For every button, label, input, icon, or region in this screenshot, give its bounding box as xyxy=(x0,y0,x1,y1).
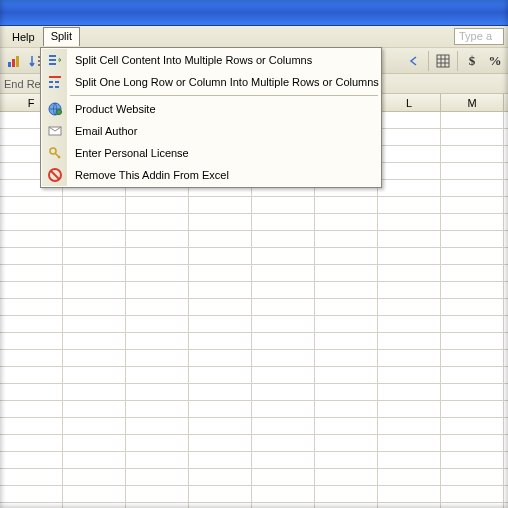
tool-btn-1[interactable] xyxy=(3,50,25,72)
cell[interactable] xyxy=(378,146,441,162)
cell[interactable] xyxy=(441,401,504,417)
cell[interactable] xyxy=(0,418,63,434)
cell[interactable] xyxy=(441,163,504,179)
cell[interactable] xyxy=(0,248,63,264)
cell[interactable] xyxy=(189,265,252,281)
cell[interactable] xyxy=(378,265,441,281)
cell[interactable] xyxy=(126,214,189,230)
cell[interactable] xyxy=(189,282,252,298)
cell[interactable] xyxy=(63,486,126,502)
cell[interactable] xyxy=(252,435,315,451)
cell[interactable] xyxy=(441,384,504,400)
cell[interactable] xyxy=(378,180,441,196)
cell[interactable] xyxy=(441,350,504,366)
menu-item-split-cell-content[interactable]: Split Cell Content Into Multiple Rows or… xyxy=(42,49,380,71)
cell[interactable] xyxy=(252,350,315,366)
cell[interactable] xyxy=(315,435,378,451)
cell[interactable] xyxy=(315,333,378,349)
menu-item-enter-license[interactable]: Enter Personal License xyxy=(42,142,380,164)
cell[interactable] xyxy=(441,486,504,502)
cell[interactable] xyxy=(378,333,441,349)
cell[interactable] xyxy=(315,316,378,332)
cell[interactable] xyxy=(252,214,315,230)
menu-item-product-website[interactable]: Product Website xyxy=(42,98,380,120)
cell[interactable] xyxy=(0,452,63,468)
cell[interactable] xyxy=(63,265,126,281)
cell[interactable] xyxy=(378,316,441,332)
cell[interactable] xyxy=(126,503,189,508)
cell[interactable] xyxy=(378,503,441,508)
cell[interactable] xyxy=(0,333,63,349)
cell[interactable] xyxy=(0,231,63,247)
cell[interactable] xyxy=(189,367,252,383)
cell[interactable] xyxy=(441,435,504,451)
cell[interactable] xyxy=(189,350,252,366)
cell[interactable] xyxy=(189,452,252,468)
cell[interactable] xyxy=(126,282,189,298)
cell[interactable] xyxy=(378,367,441,383)
menu-item-email-author[interactable]: Email Author xyxy=(42,120,380,142)
cell[interactable] xyxy=(189,214,252,230)
cell[interactable] xyxy=(252,384,315,400)
cell[interactable] xyxy=(63,316,126,332)
cell[interactable] xyxy=(63,503,126,508)
cell[interactable] xyxy=(252,418,315,434)
cell[interactable] xyxy=(0,214,63,230)
cell[interactable] xyxy=(189,469,252,485)
cell[interactable] xyxy=(189,197,252,213)
cell[interactable] xyxy=(252,401,315,417)
cell[interactable] xyxy=(441,299,504,315)
cell[interactable] xyxy=(378,163,441,179)
cell[interactable] xyxy=(126,418,189,434)
cell[interactable] xyxy=(378,469,441,485)
cell[interactable] xyxy=(378,350,441,366)
cell[interactable] xyxy=(441,333,504,349)
cell[interactable] xyxy=(126,231,189,247)
cell[interactable] xyxy=(441,231,504,247)
column-header[interactable]: L xyxy=(378,94,441,111)
cell[interactable] xyxy=(189,503,252,508)
cell[interactable] xyxy=(315,197,378,213)
cell[interactable] xyxy=(189,435,252,451)
cell[interactable] xyxy=(378,401,441,417)
cell[interactable] xyxy=(126,435,189,451)
cell[interactable] xyxy=(0,435,63,451)
cell[interactable] xyxy=(0,350,63,366)
cell[interactable] xyxy=(252,231,315,247)
cell[interactable] xyxy=(189,231,252,247)
cell[interactable] xyxy=(63,214,126,230)
cell[interactable] xyxy=(441,197,504,213)
cell[interactable] xyxy=(126,469,189,485)
cell[interactable] xyxy=(0,299,63,315)
cell[interactable] xyxy=(189,418,252,434)
cell[interactable] xyxy=(315,214,378,230)
cell[interactable] xyxy=(252,469,315,485)
cell[interactable] xyxy=(63,333,126,349)
cell[interactable] xyxy=(252,282,315,298)
cell[interactable] xyxy=(252,452,315,468)
cell[interactable] xyxy=(126,401,189,417)
cell[interactable] xyxy=(252,333,315,349)
cell[interactable] xyxy=(63,469,126,485)
cell[interactable] xyxy=(315,231,378,247)
cell[interactable] xyxy=(378,418,441,434)
cell[interactable] xyxy=(252,503,315,508)
cell[interactable] xyxy=(0,265,63,281)
cell[interactable] xyxy=(315,282,378,298)
cell[interactable] xyxy=(0,282,63,298)
cell[interactable] xyxy=(441,418,504,434)
cell[interactable] xyxy=(315,469,378,485)
cell[interactable] xyxy=(63,367,126,383)
cell[interactable] xyxy=(252,486,315,502)
cell[interactable] xyxy=(378,435,441,451)
cell[interactable] xyxy=(63,197,126,213)
cell[interactable] xyxy=(252,197,315,213)
menu-item-remove-addin[interactable]: Remove This Addin From Excel xyxy=(42,164,380,186)
cell[interactable] xyxy=(0,486,63,502)
cell[interactable] xyxy=(63,452,126,468)
cell[interactable] xyxy=(0,503,63,508)
cell[interactable] xyxy=(315,299,378,315)
cell[interactable] xyxy=(315,486,378,502)
cell[interactable] xyxy=(63,384,126,400)
percent-btn[interactable]: % xyxy=(484,50,506,72)
